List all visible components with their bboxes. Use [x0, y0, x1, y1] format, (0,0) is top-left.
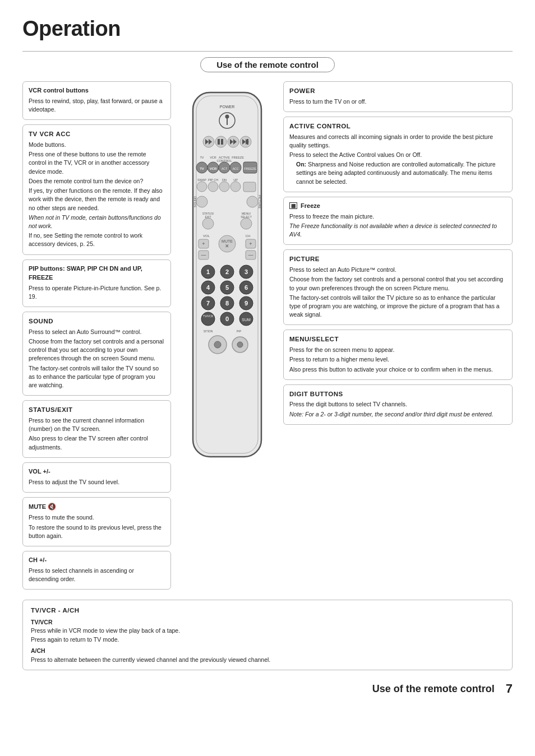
svg-text:✕: ✕	[225, 243, 229, 249]
svg-text:UP: UP	[233, 178, 238, 182]
svg-text:TV/VCR: TV/VCR	[203, 314, 214, 318]
power-box: POWER Press to turn the TV on or off.	[283, 81, 513, 112]
menu-select-title: MENU/SELECT	[289, 335, 506, 344]
svg-text:8: 8	[225, 300, 229, 307]
tv-vcr-subtitle: TV/VCR	[31, 618, 504, 627]
vcr-control-title: VCR control buttons	[29, 86, 165, 95]
svg-text:0: 0	[225, 316, 229, 322]
mute-icon: 🔇	[48, 502, 56, 512]
mute-title: MUTE 🔇	[29, 502, 165, 512]
vcr-control-box: VCR control buttons Press to rewind, sto…	[22, 81, 171, 120]
page-footer: Use of the remote control 7	[22, 681, 513, 696]
svg-point-95	[237, 342, 243, 347]
svg-text:PIP CH: PIP CH	[208, 178, 218, 182]
tv-vcr-acc-box: TV VCR ACC Mode buttons. Press one of th…	[22, 124, 171, 254]
ach-subtitle: A/CH	[31, 647, 504, 656]
sound-title: SOUND	[29, 317, 165, 326]
svg-text:TV: TV	[200, 156, 204, 159]
tv-vcr-ach-title: TV/VCR - A/CH	[31, 607, 80, 614]
svg-text:SUM: SUM	[242, 318, 251, 322]
svg-text:FREEZE: FREEZE	[244, 167, 256, 170]
pip-buttons-box: PIP buttons: SWAP, PIP CH DN and UP, FRE…	[22, 259, 171, 307]
left-column: VCR control buttons Press to rewind, sto…	[22, 81, 171, 594]
svg-text:DN: DN	[222, 178, 227, 182]
svg-point-39	[208, 182, 218, 192]
svg-point-46	[247, 196, 258, 207]
svg-text:SITION: SITION	[204, 330, 213, 333]
picture-title: PICTURE	[289, 254, 506, 264]
tv-vcr-ach-box: TV/VCR - A/CH TV/VCR Press while in VCR …	[22, 600, 513, 670]
section-header: Use of the remote control	[22, 57, 513, 72]
digit-buttons-box: DIGIT BUTTONS Press the digit buttons to…	[283, 384, 513, 425]
svg-text:ACC: ACC	[233, 167, 239, 170]
svg-point-45	[196, 196, 207, 207]
picture-box: PICTURE Press to select an Auto Picture™…	[283, 249, 513, 325]
svg-point-52	[241, 218, 252, 229]
svg-text:1: 1	[206, 268, 210, 275]
svg-text:4: 4	[206, 284, 210, 291]
svg-text:VCR: VCR	[210, 156, 216, 159]
svg-text:FREEZE: FREEZE	[232, 156, 244, 159]
svg-text:—: —	[201, 252, 206, 258]
svg-rect-10	[218, 139, 220, 145]
svg-text:3: 3	[245, 268, 248, 275]
remote-svg: POWER TV	[177, 87, 277, 468]
footer-text: Use of the remote control	[372, 683, 495, 695]
digit-buttons-title: DIGIT BUTTONS	[289, 389, 506, 399]
sound-box: SOUND Press to select an Auto Surround™ …	[22, 312, 171, 396]
svg-text:+: +	[202, 241, 205, 247]
svg-rect-42	[243, 182, 256, 192]
svg-text:+: +	[249, 241, 252, 247]
svg-text:PICTURE: PICTURE	[258, 195, 261, 208]
svg-point-41	[230, 182, 241, 192]
svg-rect-18	[247, 139, 248, 145]
svg-text:6: 6	[245, 284, 248, 291]
svg-text:POWER: POWER	[220, 105, 234, 109]
svg-point-40	[219, 182, 229, 192]
bottom-area: TV/VCR - A/CH TV/VCR Press while in VCR …	[22, 600, 513, 670]
vol-box: VOL +/- Press to adjust the TV sound lev…	[22, 462, 171, 493]
menu-select-box: MENU/SELECT Press for the on screen menu…	[283, 330, 513, 379]
pip-buttons-title: PIP buttons: SWAP, PIP CH DN and UP, FRE…	[29, 265, 165, 282]
svg-text:CH: CH	[246, 234, 251, 238]
status-exit-box: STATUS/EXIT Press to see the current cha…	[22, 400, 171, 458]
svg-text:7: 7	[206, 300, 210, 307]
svg-text:MUTE: MUTE	[222, 239, 233, 243]
svg-point-38	[197, 182, 207, 192]
svg-point-4	[225, 115, 229, 119]
center-column: POWER TV	[171, 81, 283, 468]
active-control-box: ACTIVE CONTROL Measures and corrects all…	[283, 117, 513, 192]
status-exit-title: STATUS/EXIT	[29, 405, 165, 415]
svg-text:9: 9	[245, 300, 248, 307]
page-title: Operation	[22, 17, 513, 41]
freeze-title: ⬛ Freeze	[289, 202, 506, 211]
vol-title: VOL +/-	[29, 467, 165, 476]
active-control-title: ACTIVE CONTROL	[289, 122, 506, 131]
svg-text:—: —	[248, 252, 253, 258]
svg-text:ACT: ACT	[222, 167, 227, 170]
svg-text:TV: TV	[200, 167, 204, 170]
page-number: 7	[506, 681, 513, 696]
svg-text:2: 2	[225, 268, 229, 275]
svg-text:PIP: PIP	[237, 330, 242, 333]
remote-control-image: POWER TV	[177, 81, 277, 468]
svg-text:VCR: VCR	[210, 167, 217, 170]
ch-title: CH +/-	[29, 556, 165, 565]
main-layout: VCR control buttons Press to rewind, sto…	[22, 81, 513, 594]
right-column: POWER Press to turn the TV on or off. AC…	[283, 81, 513, 429]
svg-text:VOL: VOL	[203, 234, 210, 238]
ch-box: CH +/- Press to select channels in ascen…	[22, 551, 171, 590]
svg-text:5: 5	[225, 284, 229, 291]
svg-text:SWAP: SWAP	[197, 178, 206, 182]
svg-point-93	[214, 341, 221, 348]
tv-vcr-acc-title: TV VCR ACC	[29, 129, 165, 139]
svg-point-51	[202, 218, 214, 229]
freeze-icon: ⬛	[289, 202, 297, 209]
svg-rect-11	[221, 139, 223, 145]
freeze-box: ⬛ Freeze Press to freeze the main pictur…	[283, 197, 513, 245]
mute-box: MUTE 🔇 Press to mute the sound. To resto…	[22, 497, 171, 546]
power-title: POWER	[289, 86, 506, 96]
